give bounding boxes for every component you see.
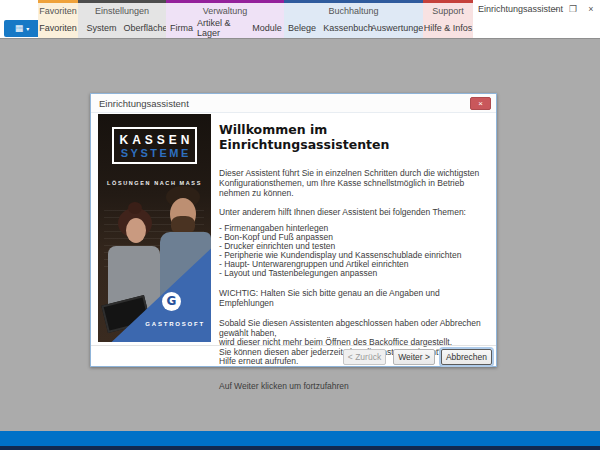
tab-system[interactable]: System xyxy=(78,18,125,38)
tab-oberflaeche[interactable]: Oberfläche xyxy=(125,18,166,38)
tab-hilfe-infos[interactable]: Hilfe & Infos xyxy=(423,18,473,38)
footer-strip xyxy=(0,446,600,450)
brand-photo xyxy=(128,202,142,214)
wizard-heading: Willkommen im Einrichtungsassistenten xyxy=(219,122,489,152)
app-menu-button[interactable]: ▦ ▾ xyxy=(4,20,40,37)
tab-artikel-lager[interactable]: Artikel & Lager xyxy=(197,18,250,38)
app-grid-icon: ▦ xyxy=(15,24,24,33)
tab-favoriten[interactable]: Favoriten xyxy=(38,18,78,38)
ribbon-category-favoriten[interactable]: Favoriten xyxy=(38,0,78,18)
wizard-button-bar: < Zurück Weiter > Abbrechen xyxy=(91,345,496,367)
wizard-info-line: Sobald Sie diesen Assistenten abgeschlos… xyxy=(219,319,489,338)
minimize-icon[interactable]: – xyxy=(550,4,560,14)
brand-panel: KASSEN SYSTEME LÖSUNGEN NACH MASS G GAST… xyxy=(98,114,211,342)
application-window: Favoriten Einstellungen Verwaltung Buchh… xyxy=(0,0,600,450)
tab-kassenbuch[interactable]: Kassenbuch xyxy=(320,18,376,38)
chevron-down-icon: ▾ xyxy=(26,25,29,32)
wizard-important-note: WICHTIG: Halten Sie sich bitte genau an … xyxy=(219,288,489,308)
dialog-titlebar[interactable]: Einrichtungsassistent × xyxy=(91,94,496,113)
close-icon[interactable]: × xyxy=(586,4,596,14)
ribbon: Favoriten Einstellungen Verwaltung Buchh… xyxy=(0,0,600,38)
logo-line1: KASSEN xyxy=(114,133,195,147)
tab-firma[interactable]: Firma xyxy=(166,18,197,38)
tab-belege[interactable]: Belege xyxy=(284,18,320,38)
dialog-title: Einrichtungsassistent xyxy=(99,98,470,109)
gastrosoft-wordmark: GASTROSOFT xyxy=(98,321,205,327)
restore-icon[interactable]: ❐ xyxy=(568,4,578,14)
window-controls: – ❐ × xyxy=(550,0,596,18)
brand-photo xyxy=(126,218,146,243)
cancel-button[interactable]: Abbrechen xyxy=(441,349,492,365)
list-item: - Layout und Tastenbelegungen anpassen xyxy=(219,269,489,278)
ribbon-category-buchhaltung[interactable]: Buchhaltung xyxy=(284,0,423,18)
tab-module[interactable]: Module xyxy=(250,18,284,38)
ribbon-category-einstellungen[interactable]: Einstellungen xyxy=(78,0,166,18)
wizard-continue-hint: Auf Weiter klicken um fortzufahren xyxy=(219,381,489,391)
kassen-systeme-logo: KASSEN SYSTEME xyxy=(112,127,197,164)
back-button[interactable]: < Zurück xyxy=(343,349,386,365)
setup-wizard-dialog: Einrichtungsassistent × KASSEN SYSTEME L… xyxy=(90,93,497,367)
dialog-close-icon[interactable]: × xyxy=(470,97,491,110)
tab-auswertungen[interactable]: Auswertungen xyxy=(376,18,423,38)
ribbon-category-support[interactable]: Support xyxy=(423,0,473,18)
ribbon-category-verwaltung[interactable]: Verwaltung xyxy=(166,0,284,18)
wizard-topic-list: - Firmenangaben hinterlegen - Bon-Kopf u… xyxy=(219,224,489,278)
next-button[interactable]: Weiter > xyxy=(393,349,435,365)
logo-line2: SYSTEME xyxy=(114,147,195,159)
brand-tagline: LÖSUNGEN NACH MASS xyxy=(98,180,211,186)
wizard-paragraph-topics: Unter anderem hilft Ihnen dieser Assiste… xyxy=(219,207,489,217)
footer-bar xyxy=(0,431,600,446)
wizard-paragraph-intro: Dieser Assistent führt Sie in einzelnen … xyxy=(219,168,489,198)
gastrosoft-logo-icon: G xyxy=(162,292,181,311)
